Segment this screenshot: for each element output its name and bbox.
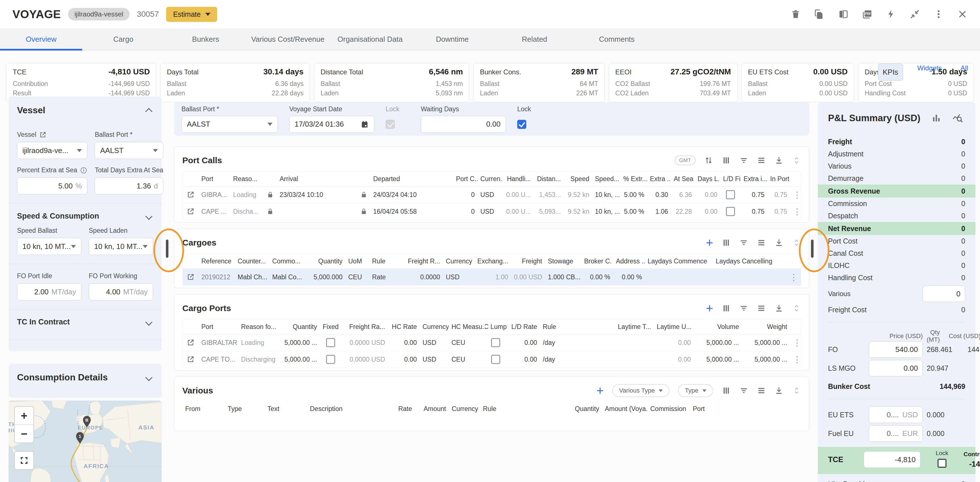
hc-lumpsum-checkbox[interactable] xyxy=(491,355,500,364)
type-filter[interactable]: Type xyxy=(678,384,713,397)
form-ballast-port-select[interactable]: AALST xyxy=(181,116,278,133)
row-menu-icon[interactable]: ⋮ xyxy=(790,354,803,364)
more-options-icon[interactable] xyxy=(934,9,944,19)
chevron-up-icon[interactable] xyxy=(145,108,152,115)
map-fullscreen-button[interactable] xyxy=(14,451,34,470)
columns-icon[interactable] xyxy=(722,386,731,395)
external-link-icon[interactable] xyxy=(39,131,46,139)
add-cargo-button[interactable]: + xyxy=(706,238,713,247)
tce-input[interactable]: -4,810 xyxy=(864,451,920,468)
days-extra-input[interactable]: 1.36d xyxy=(95,177,163,195)
add-various-button[interactable]: + xyxy=(597,386,604,395)
expand-collapse-icon[interactable] xyxy=(792,238,801,247)
waiting-days-lock-checkbox[interactable] xyxy=(517,120,526,129)
chevron-down-icon[interactable] xyxy=(145,319,152,326)
ballast-port-select[interactable]: AALST xyxy=(95,142,163,159)
filter-icon[interactable] xyxy=(739,238,748,247)
fo-port-idle-input[interactable]: 2.00MT/day xyxy=(17,283,81,300)
row-menu-icon[interactable]: ⋮ xyxy=(784,272,803,282)
row-density-icon[interactable] xyxy=(757,156,766,165)
filter-icon[interactable] xyxy=(739,156,748,165)
ld-first-checkbox[interactable] xyxy=(726,190,735,199)
row-density-icon[interactable] xyxy=(757,238,766,247)
view-link-widgets[interactable]: Widgets xyxy=(913,64,947,81)
tab-comments[interactable]: Comments xyxy=(576,29,658,50)
vessel-select[interactable]: ijilraod9a-ve... xyxy=(17,142,88,159)
download-icon[interactable] xyxy=(775,238,783,247)
columns-icon[interactable] xyxy=(722,156,731,165)
chevron-down-icon[interactable] xyxy=(145,374,152,381)
timezone-toggle[interactable]: GMT xyxy=(675,156,695,165)
pdf-export-icon[interactable] xyxy=(862,9,872,19)
view-link-all[interactable]: All xyxy=(956,64,973,81)
open-cargo-icon[interactable] xyxy=(186,273,194,281)
tab-related[interactable]: Related xyxy=(493,29,576,50)
lock-icon[interactable] xyxy=(360,208,367,215)
speed-laden-select[interactable]: 10 kn, 10 MT... xyxy=(89,238,153,255)
tab-overview[interactable]: Overview xyxy=(0,29,82,50)
expand-collapse-icon[interactable] xyxy=(792,156,801,165)
lock-icon[interactable] xyxy=(267,192,274,198)
row-menu-icon[interactable]: ⋮ xyxy=(790,207,803,217)
pnl-resize-handle[interactable] xyxy=(811,239,813,258)
row-menu-icon[interactable]: ⋮ xyxy=(790,338,803,348)
add-cargo-port-button[interactable]: + xyxy=(706,304,713,313)
tce-lock-checkbox[interactable] xyxy=(937,459,947,468)
columns-icon[interactable] xyxy=(722,304,731,313)
open-cargo-port-icon[interactable] xyxy=(186,338,194,346)
close-icon[interactable] xyxy=(957,9,967,19)
row-density-icon[interactable] xyxy=(757,386,766,395)
delete-icon[interactable] xyxy=(791,9,801,19)
lock-icon[interactable] xyxy=(360,192,367,198)
expand-collapse-icon[interactable] xyxy=(792,386,801,395)
voyage-start-date-input[interactable]: 17/03/24 01:36 xyxy=(289,116,374,133)
map-zoom-out-button[interactable]: − xyxy=(15,425,33,442)
sidebar-resize-handle[interactable] xyxy=(166,239,169,258)
ld-first-checkbox[interactable] xyxy=(726,207,735,216)
estimate-dropdown-button[interactable]: Estimate xyxy=(166,7,217,22)
route-map[interactable]: EUROPE ASIA AFRICA SOUTH AMERICA TH RIC … xyxy=(8,401,162,482)
fixed-checkbox[interactable] xyxy=(326,355,335,364)
sort-icon[interactable] xyxy=(704,156,713,165)
map-zoom-in-button[interactable]: + xyxy=(15,407,33,425)
download-icon[interactable] xyxy=(775,386,783,395)
row-density-icon[interactable] xyxy=(757,304,766,313)
tab-organisational-data[interactable]: Organisational Data xyxy=(329,29,411,50)
start-date-lock-checkbox[interactable] xyxy=(386,120,395,129)
copy-icon[interactable] xyxy=(815,9,825,19)
tab-cargo[interactable]: Cargo xyxy=(82,29,164,50)
download-icon[interactable] xyxy=(775,156,783,165)
lock-icon[interactable] xyxy=(267,208,274,215)
open-port-call-icon[interactable] xyxy=(186,207,194,215)
fixed-checkbox[interactable] xyxy=(326,338,335,347)
percent-extra-input[interactable]: 5.00% xyxy=(17,177,88,195)
tab-various-cost-revenue[interactable]: Various Cost/Revenue xyxy=(247,29,329,50)
download-icon[interactable] xyxy=(775,304,783,313)
filter-icon[interactable] xyxy=(739,304,748,313)
pnl-various-input[interactable]: 0 xyxy=(923,286,965,302)
calendar-icon[interactable] xyxy=(360,120,369,129)
filter-icon[interactable] xyxy=(739,386,748,395)
tab-downtime[interactable]: Downtime xyxy=(411,29,493,50)
open-cargo-port-icon[interactable] xyxy=(186,355,194,363)
fuel-eu-input[interactable]: 0....EUR xyxy=(869,425,923,442)
view-link-kpis[interactable]: KPIs xyxy=(878,64,903,81)
speed-ballast-select[interactable]: 10 kn, 10 MT... xyxy=(17,238,81,255)
eu-ets-input[interactable]: 0....USD xyxy=(869,407,923,423)
tab-bunkers[interactable]: Bunkers xyxy=(164,29,247,50)
various-type-filter[interactable]: Various Type xyxy=(612,384,670,397)
collapse-window-icon[interactable] xyxy=(910,9,920,19)
fo-port-working-input[interactable]: 4.00MT/day xyxy=(89,283,153,300)
row-menu-icon[interactable]: ⋮ xyxy=(790,190,803,200)
expand-collapse-icon[interactable] xyxy=(792,304,801,313)
hc-lumpsum-checkbox[interactable] xyxy=(491,338,500,347)
lsmgo-price-input[interactable]: 0.00 xyxy=(869,360,923,377)
chevron-down-icon[interactable] xyxy=(145,212,152,220)
fo-price-input[interactable]: 540.00 xyxy=(869,341,923,358)
open-port-call-icon[interactable] xyxy=(186,191,194,199)
columns-icon[interactable] xyxy=(722,238,731,247)
bar-chart-icon[interactable] xyxy=(931,112,942,124)
quick-action-icon[interactable] xyxy=(886,9,896,19)
waiting-days-input[interactable]: 0.00 xyxy=(421,116,506,133)
compare-icon[interactable] xyxy=(838,9,848,19)
